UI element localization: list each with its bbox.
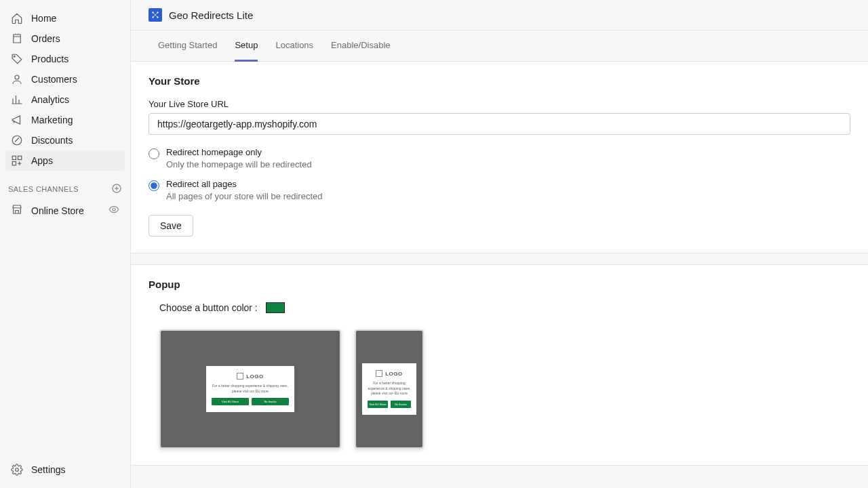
preview-mobile: LOGO For a better shopping experience & …	[355, 329, 424, 449]
svg-point-8	[16, 468, 19, 472]
tab-setup[interactable]: Setup	[235, 30, 258, 62]
radio-homepage-only[interactable]: Redirect homepage only Only the homepage…	[149, 147, 850, 169]
nav-label: Discounts	[31, 135, 73, 146]
image-placeholder-icon	[237, 373, 243, 380]
orders-icon	[11, 33, 23, 45]
nav-apps[interactable]: Apps	[5, 150, 125, 171]
svg-rect-4	[18, 156, 22, 159]
color-label: Choose a button color :	[159, 302, 258, 313]
nav-orders[interactable]: Orders	[5, 28, 125, 49]
nav-label: Customers	[31, 74, 77, 85]
nav-label: Marketing	[31, 115, 73, 125]
store-icon	[11, 203, 23, 218]
store-url-label: Your Live Store URL	[149, 99, 850, 109]
app-header: Geo Redirects Lite	[131, 0, 868, 30]
popup-logo-text: LOGO	[246, 373, 264, 380]
nav-products[interactable]: Products	[5, 49, 125, 69]
svg-point-0	[14, 56, 15, 57]
content: Your Store Your Live Store URL Redirect …	[131, 62, 868, 488]
channel-online-store[interactable]: Online Store	[5, 199, 125, 222]
button-color-swatch[interactable]	[266, 302, 285, 313]
channel-label: Online Store	[31, 205, 84, 216]
popup-btn-visit: Visit EU Store	[368, 401, 388, 408]
channels-header-text: SALES CHANNELS	[8, 185, 79, 193]
gear-icon	[11, 464, 23, 476]
main-area: Geo Redirects Lite Getting Started Setup…	[130, 0, 868, 488]
popup-preview-card-mobile: LOGO For a better shopping experience & …	[362, 363, 416, 415]
home-icon	[11, 12, 23, 24]
image-placeholder-icon	[376, 370, 382, 377]
customers-icon	[11, 73, 23, 85]
tab-locations[interactable]: Locations	[275, 30, 313, 62]
products-icon	[11, 53, 23, 65]
popup-body-text: For a better shopping experience & shipp…	[368, 381, 411, 396]
apps-icon	[11, 155, 23, 167]
store-url-input[interactable]	[149, 113, 850, 135]
nav-home[interactable]: Home	[5, 8, 125, 28]
tab-enable-disable[interactable]: Enable/Disable	[331, 30, 390, 62]
analytics-icon	[11, 94, 23, 106]
app-title: Geo Redirects Lite	[169, 9, 253, 21]
svg-rect-5	[12, 162, 16, 165]
your-store-title: Your Store	[149, 75, 850, 87]
svg-point-1	[15, 75, 19, 79]
popup-btn-nothanks: No thanks	[391, 401, 411, 408]
radio-title: Redirect all pages	[166, 179, 323, 189]
sales-channels-header: SALES CHANNELS	[0, 171, 130, 199]
app-logo-icon	[149, 8, 162, 22]
popup-title: Popup	[149, 279, 850, 290]
nav-label: Orders	[31, 33, 60, 44]
save-button[interactable]: Save	[149, 215, 193, 237]
add-channel-icon[interactable]	[111, 183, 122, 195]
radio-homepage-only-input[interactable]	[149, 148, 159, 159]
nav-label: Products	[31, 54, 68, 64]
popup-card: Popup Choose a button color : LOGO For a…	[131, 264, 868, 466]
marketing-icon	[11, 114, 23, 126]
nav-settings[interactable]: Settings	[5, 460, 125, 480]
nav-analytics[interactable]: Analytics	[5, 89, 125, 110]
radio-all-pages-input[interactable]	[149, 180, 159, 191]
radio-all-pages[interactable]: Redirect all pages All pages of your sto…	[149, 179, 850, 201]
nav-label: Home	[31, 13, 56, 24]
tab-getting-started[interactable]: Getting Started	[158, 30, 217, 62]
discounts-icon	[11, 134, 23, 146]
your-store-card: Your Store Your Live Store URL Redirect …	[131, 62, 868, 253]
nav-customers[interactable]: Customers	[5, 69, 125, 89]
sidebar: Home Orders Products Customers Analytics…	[0, 0, 130, 488]
svg-rect-3	[12, 156, 16, 159]
preview-desktop: LOGO For a better shopping experience & …	[159, 329, 341, 449]
popup-btn-visit: Visit EU Store	[212, 398, 249, 405]
popup-logo-text: LOGO	[385, 371, 403, 377]
nav-marketing[interactable]: Marketing	[5, 110, 125, 130]
svg-point-7	[113, 208, 115, 211]
popup-preview-card: LOGO For a better shopping experience & …	[206, 366, 294, 412]
radio-desc: All pages of your store will be redirect…	[166, 191, 323, 201]
nav-label: Apps	[31, 155, 53, 166]
radio-desc: Only the homepage will be redirected	[166, 159, 312, 169]
radio-title: Redirect homepage only	[166, 147, 312, 157]
view-store-icon[interactable]	[108, 204, 119, 217]
nav-label: Analytics	[31, 94, 69, 105]
settings-label: Settings	[31, 464, 66, 475]
nav-discounts[interactable]: Discounts	[5, 130, 125, 150]
tabs: Getting Started Setup Locations Enable/D…	[131, 30, 868, 62]
popup-body-text: For a better shopping experience & shipp…	[212, 384, 289, 394]
popup-btn-nothanks: No thanks	[252, 398, 289, 405]
